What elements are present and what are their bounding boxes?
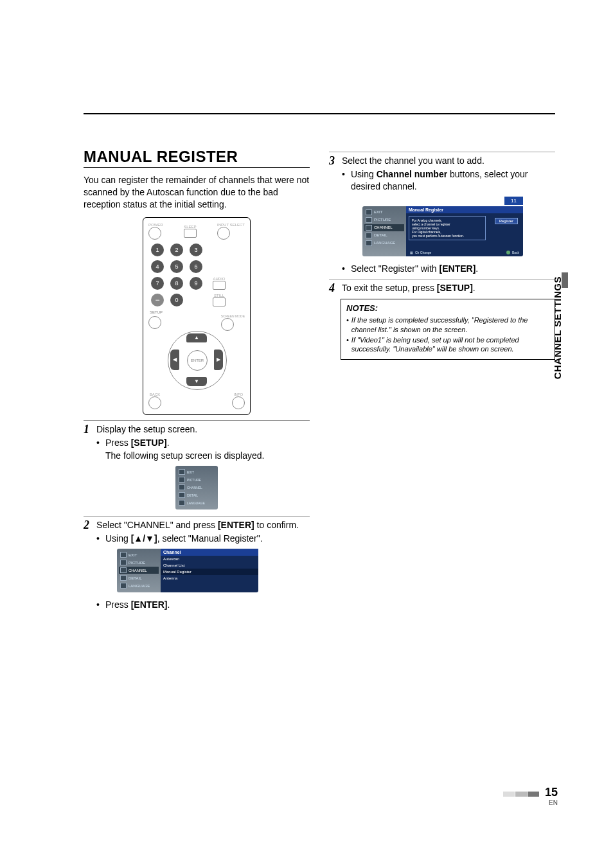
- page-number-bars-icon: [503, 788, 540, 799]
- mini-tab-picture: PICTURE: [177, 476, 216, 483]
- step-2-sub: • Using [▲/▼], select "Manual Register".: [96, 533, 310, 545]
- step-1-sub: • Press [SETUP].: [96, 437, 310, 449]
- submenu-left-tabs: EXIT PICTURE CHANNEL DETAIL LANGUAGE: [117, 549, 161, 592]
- osd-tab-label: CHANNEL: [374, 226, 393, 229]
- sub-tab-language: LANGUAGE: [119, 582, 159, 589]
- page-number: 15: [545, 786, 558, 799]
- arrow-down-icon: ▼: [186, 377, 207, 386]
- two-column-layout: MANUAL REGISTER You can register the rem…: [84, 148, 555, 612]
- step-3-text: Select the channel you want to add.: [342, 155, 484, 167]
- tab-icon: [179, 484, 185, 490]
- audio-label: AUDIO: [213, 277, 226, 281]
- submenu-right-panel: Channel Autoscan Channel List Manual Reg…: [161, 549, 258, 592]
- submenu-header: Channel: [161, 549, 258, 556]
- note-1-text: If the setup is completed successfully, …: [351, 315, 549, 334]
- step-1-line2: The following setup screen is displayed.: [105, 450, 310, 462]
- power-button-icon: [148, 227, 161, 240]
- tab-icon: [120, 575, 127, 581]
- osd-left-tabs: EXIT PICTURE CHANNEL DETAIL LANGUAGE: [362, 206, 406, 256]
- submenu-wrap: EXIT PICTURE CHANNEL DETAIL LANGUAGE Cha…: [117, 549, 310, 592]
- osd-tab-label: DETAIL: [374, 233, 387, 237]
- osd-right-panel: Manual Register Register For Analog chan…: [406, 206, 523, 256]
- tab-icon: [366, 240, 372, 246]
- note-bullet-icon: •: [346, 335, 349, 354]
- keypad-icon: ▦: [410, 251, 413, 254]
- tab-icon: [120, 583, 127, 589]
- step-number-4: 4: [329, 282, 338, 294]
- osd-header: Manual Register: [406, 206, 523, 213]
- tab-icon: [179, 477, 185, 483]
- tab-icon: [120, 567, 127, 573]
- enter-button-icon: ENTER: [187, 350, 208, 371]
- enter-key-label: [ENTER]: [131, 599, 168, 610]
- osd-tab-detail: DETAIL: [364, 232, 404, 239]
- sleep-button-icon: [184, 229, 197, 238]
- remote-num-8: 8: [170, 277, 183, 290]
- bullet-icon: •: [342, 263, 347, 275]
- manual-page: MANUAL REGISTER You can register the rem…: [0, 0, 613, 868]
- step-3b: • Select "Register" with [ENTER].: [342, 263, 555, 275]
- tab-icon: [179, 469, 185, 475]
- arrow-keys-label: [▲/▼]: [131, 533, 157, 544]
- enter-key-label: [ENTER]: [218, 520, 254, 530]
- top-divider: [84, 113, 555, 114]
- remote-dash: −: [151, 294, 164, 306]
- submenu-item-manual-register: Manual Register: [161, 569, 258, 575]
- setup-key-label: [SETUP]: [131, 438, 167, 448]
- step-2-text: Select "CHANNEL" and press [ENTER] to co…: [96, 519, 299, 531]
- osd-footer-back: Back: [506, 251, 519, 254]
- mini-tab-label: LANGUAGE: [187, 501, 205, 505]
- sub-tab-label: LANGUAGE: [129, 584, 150, 588]
- left-column: MANUAL REGISTER You can register the rem…: [84, 148, 310, 612]
- step3-sub-pre: Using: [351, 169, 377, 179]
- submenu-item-autoscan: Autoscan: [161, 556, 258, 562]
- back-dot-icon: [506, 251, 510, 254]
- section-title: MANUAL REGISTER: [84, 148, 310, 166]
- mini-tab-exit: EXIT: [177, 468, 216, 475]
- step2-sub-post: , select "Manual Register".: [157, 533, 263, 544]
- remote-illustration-wrap: POWER SLEEP INPUT SELECT 1: [84, 217, 310, 415]
- mini-tab-label: DETAIL: [187, 493, 198, 497]
- step3b-pre: Select "Register" with: [351, 263, 440, 274]
- tab-icon: [179, 500, 185, 506]
- step-3-sub: • Using Channel number buttons, select y…: [342, 168, 555, 193]
- tab-icon: [366, 209, 372, 215]
- step-2-end-text: Press [ENTER].: [105, 599, 170, 611]
- osd-tab-label: LANGUAGE: [374, 241, 395, 245]
- sub-tab-label: EXIT: [129, 553, 137, 557]
- arrow-up-icon: ▲: [186, 333, 207, 342]
- osd-footer-change-label: Ch Change: [415, 251, 431, 254]
- step-3: 3 Select the channel you want to add.: [329, 152, 555, 167]
- page-number-block: 15 EN: [503, 786, 558, 806]
- note-2: • If "Video1" is being used, set up will…: [346, 335, 549, 354]
- setup-button-icon: [148, 316, 161, 329]
- step-number-1: 1: [84, 423, 93, 436]
- osd-msg-5: you must perform Autoscan function.: [412, 234, 483, 238]
- remote-num-3: 3: [190, 244, 202, 256]
- step-1-text: Display the setup screen.: [96, 423, 197, 436]
- step1-post: .: [167, 438, 170, 448]
- remote-num-2: 2: [170, 244, 183, 256]
- submenu-item-antenna: Antenna: [161, 575, 258, 581]
- step-number-3: 3: [329, 155, 338, 167]
- remote-num-1: 1: [151, 244, 164, 256]
- bullet-icon: •: [96, 533, 102, 545]
- sub-tab-picture: PICTURE: [119, 559, 159, 566]
- step-3b-text: Select "Register" with [ENTER].: [351, 263, 478, 275]
- mini-tab-label: CHANNEL: [187, 486, 202, 490]
- bullet-icon: •: [342, 168, 347, 193]
- channel-submenu-illustration: EXIT PICTURE CHANNEL DETAIL LANGUAGE Cha…: [117, 549, 258, 592]
- osd-channel-number: 11: [504, 197, 523, 205]
- tab-icon: [366, 217, 372, 223]
- remote-num-5: 5: [170, 260, 183, 273]
- step2-post: to confirm.: [254, 520, 299, 530]
- step-2-end: • Press [ENTER].: [96, 599, 310, 611]
- notes-box: NOTES: • If the setup is completed succe…: [341, 299, 555, 359]
- osd-tab-picture: PICTURE: [364, 217, 404, 224]
- remote-nav-pad: ▲ ▼ ◀ ▶ ENTER: [168, 331, 226, 389]
- audio-button-icon: [213, 281, 226, 290]
- title-underline: [84, 167, 310, 168]
- info-button-icon: [232, 396, 245, 409]
- step-2: 2 Select "CHANNEL" and press [ENTER] to …: [84, 516, 310, 531]
- power-label: POWER: [148, 223, 163, 227]
